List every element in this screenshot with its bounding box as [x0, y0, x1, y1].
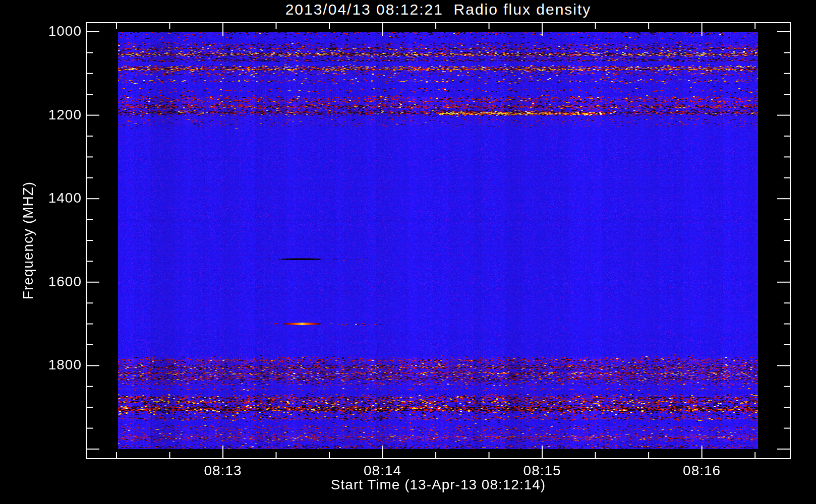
spectrogram-chart: 2013/04/13 08:12:21 Radio flux density 1…	[0, 0, 816, 504]
x-axis-title: Start Time (13-Apr-13 08:12:14)	[331, 477, 546, 493]
y-tick-label: 1800	[26, 357, 82, 373]
x-tick-label: 08:16	[683, 463, 721, 479]
spectrogram-canvas	[118, 32, 758, 449]
y-tick-label: 1200	[26, 106, 82, 122]
chart-title: 2013/04/13 08:12:21 Radio flux density	[285, 1, 592, 18]
y-axis-title: Frequency (MHZ)	[20, 181, 36, 299]
x-tick-label: 08:13	[204, 463, 242, 479]
y-tick-label: 1000	[26, 23, 82, 39]
